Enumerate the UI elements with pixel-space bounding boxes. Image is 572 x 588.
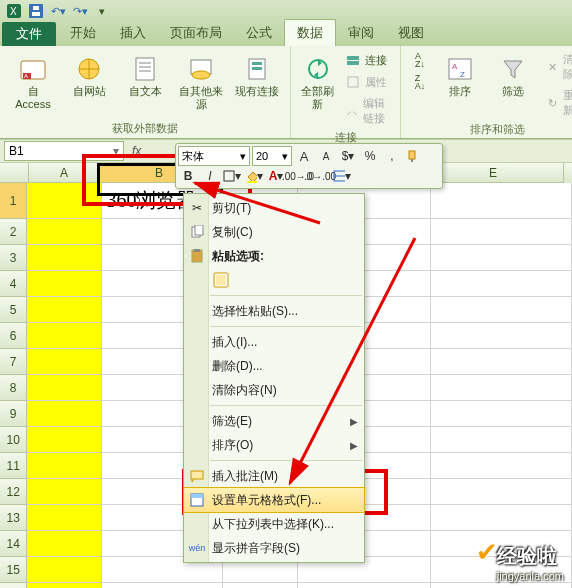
row-header[interactable]: 6	[0, 323, 27, 349]
from-text-button[interactable]: 自文本	[118, 50, 172, 114]
ctx-phonetic[interactable]: wén显示拼音字段(S)	[184, 536, 364, 560]
comma-icon[interactable]: ,	[382, 146, 402, 166]
select-all-corner[interactable]	[0, 163, 29, 183]
row-header[interactable]: 5	[0, 297, 27, 323]
ctx-format-cells[interactable]: 设置单元格格式(F)...	[184, 488, 364, 512]
tab-file[interactable]: 文件	[2, 22, 56, 46]
row-header[interactable]: 1	[0, 183, 27, 219]
redo-icon[interactable]: ↷▾	[70, 1, 90, 21]
tab-home[interactable]: 开始	[58, 20, 108, 46]
ctx-insert[interactable]: 插入(I)...	[184, 330, 364, 354]
row-header[interactable]: 13	[0, 505, 27, 531]
tab-view[interactable]: 视图	[386, 20, 436, 46]
from-access-button[interactable]: A自 Access	[6, 50, 60, 114]
font-size-selector[interactable]: 20▾	[252, 146, 292, 166]
existing-conn-button[interactable]: 现有连接	[230, 50, 284, 114]
col-header-a[interactable]: A	[29, 163, 100, 183]
row-header[interactable]: 10	[0, 427, 27, 453]
cell[interactable]	[27, 427, 102, 453]
cell[interactable]	[298, 583, 431, 588]
sort-az-button[interactable]: AZ↓	[407, 50, 433, 70]
from-other-button[interactable]: 自其他来源	[174, 50, 228, 114]
tab-data[interactable]: 数据	[284, 19, 336, 46]
cell[interactable]	[27, 297, 102, 323]
fx-icon[interactable]: fx	[128, 144, 145, 158]
ctx-paste-special[interactable]: 选择性粘贴(S)...	[184, 299, 364, 323]
excel-icon[interactable]: X	[4, 1, 24, 21]
merge-icon[interactable]: ▾	[332, 166, 352, 186]
tab-layout[interactable]: 页面布局	[158, 20, 234, 46]
cell[interactable]	[431, 479, 572, 505]
cell[interactable]	[431, 183, 572, 219]
cell[interactable]	[431, 453, 572, 479]
tab-formulas[interactable]: 公式	[234, 20, 284, 46]
shrink-font-icon[interactable]: A	[316, 146, 336, 166]
cell[interactable]	[102, 583, 222, 588]
cell[interactable]	[27, 557, 102, 583]
col-header-e[interactable]: E	[423, 163, 564, 183]
increase-decimal-icon[interactable]: .0→.00	[310, 166, 330, 186]
reapply-button[interactable]: ↻重新	[540, 86, 572, 120]
cell[interactable]	[223, 583, 298, 588]
cell[interactable]	[431, 583, 572, 588]
cell[interactable]	[431, 349, 572, 375]
row-header[interactable]: 9	[0, 401, 27, 427]
ctx-sort[interactable]: 排序(O)▶	[184, 433, 364, 457]
font-selector[interactable]: 宋体▾	[178, 146, 250, 166]
tab-insert[interactable]: 插入	[108, 20, 158, 46]
cell[interactable]	[431, 505, 572, 531]
sort-za-button[interactable]: ZA↓	[407, 72, 433, 92]
cell[interactable]	[27, 531, 102, 557]
clear-filter-button[interactable]: ✕清除	[540, 50, 572, 84]
ctx-pick-dropdown[interactable]: 从下拉列表中选择(K)...	[184, 512, 364, 536]
properties-button[interactable]: 属性	[340, 72, 394, 92]
cell[interactable]	[27, 349, 102, 375]
cell[interactable]	[431, 271, 572, 297]
cell[interactable]	[27, 219, 102, 245]
row-header[interactable]: 2	[0, 219, 27, 245]
ctx-insert-comment[interactable]: 插入批注(M)	[184, 464, 364, 488]
refresh-all-button[interactable]: 全部刷新	[297, 50, 338, 128]
row-header[interactable]: 12	[0, 479, 27, 505]
cell[interactable]	[431, 375, 572, 401]
cell[interactable]	[431, 297, 572, 323]
currency-icon[interactable]: $▾	[338, 146, 358, 166]
bold-icon[interactable]: B	[178, 166, 198, 186]
cell[interactable]	[431, 401, 572, 427]
row-header[interactable]: 7	[0, 349, 27, 375]
border-icon[interactable]: ▾	[222, 166, 242, 186]
ctx-copy[interactable]: 复制(C)	[184, 220, 364, 244]
grow-font-icon[interactable]: A	[294, 146, 314, 166]
qat-customize-icon[interactable]: ▾	[92, 1, 112, 21]
ctx-filter[interactable]: 筛选(E)▶	[184, 409, 364, 433]
row-header[interactable]: 8	[0, 375, 27, 401]
cell[interactable]	[431, 219, 572, 245]
save-icon[interactable]	[26, 1, 46, 21]
cell[interactable]	[27, 183, 102, 219]
row-header[interactable]: 16	[0, 583, 27, 588]
cell[interactable]	[27, 375, 102, 401]
ctx-clear[interactable]: 清除内容(N)	[184, 378, 364, 402]
cell[interactable]	[431, 323, 572, 349]
cell[interactable]	[27, 583, 102, 588]
italic-icon[interactable]: I	[200, 166, 220, 186]
row-header[interactable]: 4	[0, 271, 27, 297]
row-header[interactable]: 15	[0, 557, 27, 583]
cell[interactable]	[27, 245, 102, 271]
cell[interactable]	[27, 271, 102, 297]
row-header[interactable]: 14	[0, 531, 27, 557]
row-header[interactable]: 3	[0, 245, 27, 271]
cell[interactable]	[27, 401, 102, 427]
row-header[interactable]: 11	[0, 453, 27, 479]
fill-color-icon[interactable]: ▾	[244, 166, 264, 186]
cell[interactable]	[27, 323, 102, 349]
edit-links-button[interactable]: 编辑链接	[340, 94, 394, 128]
tab-review[interactable]: 审阅	[336, 20, 386, 46]
from-web-button[interactable]: 自网站	[62, 50, 116, 114]
format-painter-icon[interactable]	[404, 146, 424, 166]
undo-icon[interactable]: ↶▾	[48, 1, 68, 21]
ctx-delete[interactable]: 删除(D)...	[184, 354, 364, 378]
cell[interactable]	[27, 453, 102, 479]
percent-icon[interactable]: %	[360, 146, 380, 166]
connections-button[interactable]: 连接	[340, 50, 394, 70]
